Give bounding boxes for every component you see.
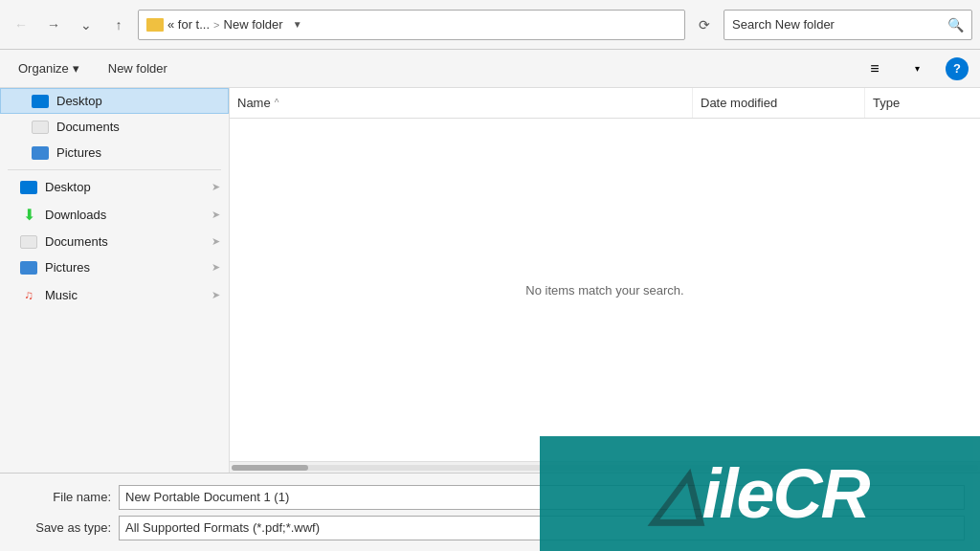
refresh-button[interactable]: ⟳	[691, 11, 718, 38]
file-list-body: No items match your search.	[230, 119, 980, 461]
sidebar-label-desktop: Desktop	[45, 180, 204, 194]
file-list-header: Name ^ Date modified Type	[230, 88, 980, 119]
address-bar: ← → ⌄ ↑ « for t... > New folder ▼ ⟳ 🔍	[0, 0, 980, 50]
col-date-header[interactable]: Date modified	[693, 88, 865, 118]
help-label: ?	[953, 61, 961, 76]
sidebar-item-pictures[interactable]: Pictures ➤	[0, 254, 229, 280]
view-button[interactable]: ≡	[861, 55, 888, 82]
pin-icon-music: ➤	[212, 289, 220, 301]
path-bar[interactable]: « for t... > New folder ▼	[138, 10, 685, 40]
desktop-place-icon	[20, 181, 37, 194]
file-area: Name ^ Date modified Type No items match…	[230, 88, 980, 473]
sidebar-label-desktop-top: Desktop	[56, 94, 220, 108]
sidebar: Desktop Documents Pictures Desktop ➤ ⬇ D…	[0, 88, 230, 473]
path-current: New folder	[224, 17, 283, 32]
filename-label: File name:	[15, 490, 111, 504]
wm-ile: ile	[702, 455, 772, 532]
sidebar-label-music: Music	[45, 288, 204, 302]
breadcrumb: « for t... > New folder	[167, 17, 283, 32]
documents-place-icon	[20, 235, 37, 249]
view-icon: ≡	[870, 60, 879, 77]
organize-button[interactable]: Organize ▾	[11, 56, 86, 80]
forward-button[interactable]: →	[40, 11, 67, 38]
back-button[interactable]: ←	[8, 11, 34, 38]
sidebar-label-pictures-top: Pictures	[56, 145, 220, 160]
view-arrow-icon: ▾	[915, 63, 920, 74]
pin-icon-pictures: ➤	[212, 261, 220, 274]
sidebar-item-documents[interactable]: Documents ➤	[0, 229, 229, 254]
pin-icon-desktop: ➤	[212, 181, 220, 193]
documents-icon	[32, 121, 49, 134]
main-layout: Desktop Documents Pictures Desktop ➤ ⬇ D…	[0, 88, 980, 473]
sidebar-item-desktop[interactable]: Desktop ➤	[0, 174, 229, 200]
sidebar-item-documents-top[interactable]: Documents	[0, 114, 229, 140]
new-folder-button[interactable]: New folder	[101, 56, 174, 80]
scrollbar-thumb[interactable]	[232, 465, 308, 471]
path-separator: >	[213, 19, 219, 31]
organize-arrow: ▾	[73, 61, 79, 76]
col-date-label: Date modified	[701, 96, 777, 110]
download-icon: ⬇	[20, 206, 37, 223]
savetype-label: Save as type:	[15, 520, 111, 535]
sidebar-divider	[8, 169, 221, 170]
dropdown-button[interactable]: ⌄	[73, 11, 100, 38]
toolbar: Organize ▾ New folder ≡ ▾ ?	[0, 50, 980, 88]
sidebar-item-music[interactable]: ♫ Music ➤	[0, 280, 229, 309]
sort-indicator: ^	[275, 98, 279, 108]
search-icon: 🔍	[947, 17, 964, 33]
col-name-label: Name	[237, 96, 271, 110]
col-name-header[interactable]: Name ^	[230, 88, 693, 118]
new-folder-label: New folder	[108, 61, 167, 76]
sidebar-item-pictures-top[interactable]: Pictures	[0, 140, 229, 165]
search-bar[interactable]: 🔍	[724, 10, 972, 40]
music-icon: ♫	[20, 286, 37, 303]
pictures-place-icon	[20, 261, 37, 275]
sidebar-item-downloads[interactable]: ⬇ Downloads ➤	[0, 200, 229, 229]
folder-icon	[146, 18, 164, 32]
watermark: △ileCR	[540, 436, 980, 551]
sidebar-label-downloads: Downloads	[45, 208, 204, 222]
sidebar-item-desktop-top[interactable]: Desktop	[0, 88, 229, 114]
pin-icon-downloads: ➤	[212, 209, 220, 221]
view-arrow-button[interactable]: ▾	[903, 55, 930, 82]
sidebar-label-pictures: Pictures	[45, 260, 204, 275]
sidebar-label-documents: Documents	[45, 234, 204, 249]
path-prefix: « for t...	[167, 17, 210, 32]
pictures-icon-top	[32, 146, 49, 160]
help-button[interactable]: ?	[946, 57, 969, 80]
wm-cr: CR	[773, 455, 869, 532]
empty-message: No items match your search.	[525, 283, 683, 298]
pin-icon-documents: ➤	[212, 235, 220, 248]
up-button[interactable]: ↑	[105, 11, 132, 38]
desktop-icon	[32, 95, 49, 108]
col-type-header[interactable]: Type	[865, 88, 980, 118]
wm-slash: △	[651, 455, 702, 532]
search-input[interactable]	[732, 17, 944, 32]
path-chevron-icon[interactable]: ▼	[293, 19, 302, 30]
watermark-text: △ileCR	[651, 453, 868, 534]
col-type-label: Type	[873, 96, 900, 110]
organize-label: Organize	[18, 61, 69, 76]
sidebar-label-documents-top: Documents	[56, 120, 220, 134]
